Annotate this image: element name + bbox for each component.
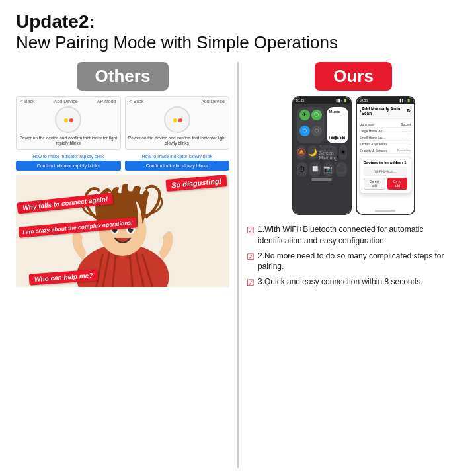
setting-row-kitchen: Kitchen Appliances --- bbox=[360, 141, 411, 147]
music-widget[interactable]: Music ⏮ ▶ ⏭ bbox=[327, 107, 348, 143]
qr-toggle[interactable]: ⬛ bbox=[336, 162, 347, 177]
setting-row-lightness: Lightness Socket bbox=[360, 122, 411, 128]
speech-text-4: Who can help me? bbox=[29, 269, 99, 285]
dnd-toggle[interactable]: 🔕 bbox=[297, 145, 306, 160]
add-device-screen: ‹ Add Manually Auto Scan ↻ Lightness Soc… bbox=[357, 104, 414, 214]
connectivity-widget[interactable]: ✈ ⬡ ⬡ ⬡ bbox=[297, 107, 325, 143]
setting-label-2: Large Home Ap... bbox=[360, 129, 385, 133]
status-icons-2: ▐▐ ⬦ 🔋 bbox=[399, 99, 411, 102]
frustration-area: So disgusting! Why fails to connect agai… bbox=[16, 175, 229, 468]
status-bar-2: 10:35 ▐▐ ⬦ 🔋 bbox=[357, 97, 414, 104]
check-icon-3: ☑ bbox=[247, 277, 255, 289]
benefit-text-1: 1.With WiFi+Bluetooth connected for auto… bbox=[258, 224, 460, 247]
status-time-2: 10:35 bbox=[360, 99, 368, 102]
phone-mockup-1: 10:35 ▐▐ ⬦ 🔋 ✈ ⬡ ⬡ bbox=[292, 96, 352, 215]
refresh-icon[interactable]: ↻ bbox=[407, 108, 411, 114]
link-item-2: How to make indicator slowly blink Confi… bbox=[125, 154, 230, 171]
moon-toggle[interactable]: 🌙 bbox=[308, 145, 317, 160]
device-caption-1: Power on the device and confirm that ind… bbox=[19, 136, 118, 147]
benefit-item-3: ☑ 3.Quick and easy connection within 8 s… bbox=[247, 276, 460, 289]
add-manually-tab[interactable]: Add Manually Auto Scan bbox=[362, 106, 407, 116]
main-container: Update2: New Pairing Mode with Simple Op… bbox=[0, 0, 476, 476]
link-2[interactable]: How to make indicator slowly blink bbox=[125, 154, 230, 159]
setting-row-security: Security & Sensors Power Strip bbox=[360, 148, 411, 154]
setting-label-5: Security & Sensors bbox=[360, 149, 388, 153]
speech-bubble-2: Why fails to connect again! bbox=[17, 198, 113, 209]
phone-screen-1: 10:35 ▐▐ ⬦ 🔋 ✈ ⬡ ⬡ bbox=[294, 97, 350, 214]
back-label-1: < Back bbox=[20, 99, 35, 104]
setting-label-1: Lightness bbox=[360, 122, 374, 126]
benefit-text-3: 3.Quick and easy connection within 8 sec… bbox=[258, 276, 422, 288]
dialog-title: Devices to be added: 1 bbox=[364, 161, 407, 165]
play-btn[interactable]: ▶ bbox=[335, 134, 340, 141]
next-btn[interactable]: ⏭ bbox=[340, 134, 346, 141]
ours-badge: Ours bbox=[315, 62, 392, 91]
setting-value-1: Socket bbox=[401, 122, 411, 126]
benefit-item-1: ☑ 1.With WiFi+Bluetooth connected for au… bbox=[247, 224, 460, 247]
device-caption-2: Power on the device and confirm that ind… bbox=[128, 136, 227, 147]
phone-screen-2: 10:35 ▐▐ ⬦ 🔋 ‹ Add Manually Auto Scan ↻ bbox=[357, 97, 414, 214]
device-screenshots: < Back Add Device AP Mode Power on the d… bbox=[16, 96, 229, 150]
column-divider bbox=[237, 62, 239, 468]
setting-options-2: --- --- --- bbox=[401, 136, 411, 139]
confirm-btn-1[interactable]: Confirm indicator rapidly blinks bbox=[16, 161, 121, 171]
phone-mockups: 10:35 ▐▐ ⬦ 🔋 ✈ ⬡ ⬡ bbox=[247, 96, 460, 215]
others-badge: Others bbox=[77, 62, 169, 91]
device-card-2-header: < Back Add Device bbox=[128, 99, 227, 104]
speech-bubble-4: Who can help me? bbox=[29, 272, 98, 283]
title-section: Update2: New Pairing Mode with Simple Op… bbox=[16, 12, 460, 53]
setting-label-3: Small Home Ap... bbox=[360, 136, 385, 139]
bluetooth-toggle[interactable]: ⬡ bbox=[299, 126, 310, 136]
do-not-add-button[interactable]: Do not add bbox=[364, 178, 386, 190]
timer-toggle[interactable]: ⏱ bbox=[297, 162, 308, 177]
benefit-item-2: ☑ 2.No more need to do so many complicat… bbox=[247, 251, 460, 273]
links-area: How to make indicator rapidly blink Conf… bbox=[16, 154, 229, 171]
device-card-2: < Back Add Device Power on the device an… bbox=[125, 96, 230, 150]
device-circle-1 bbox=[55, 106, 81, 133]
ap-mode-label: AP Mode bbox=[97, 99, 116, 104]
check-icon-2: ☑ bbox=[247, 251, 255, 263]
indicator-dot-2 bbox=[69, 118, 73, 122]
link-item-1: How to make indicator rapidly blink Conf… bbox=[16, 154, 121, 171]
cc-row-1: ✈ ⬡ ⬡ ⬡ Music ⏮ ▶ bbox=[297, 107, 347, 143]
speech-bubble-1: So disgusting! bbox=[166, 177, 227, 189]
cc-row-2: 🔕 🌙 ⬛ Screen Mirroring ☀ bbox=[297, 145, 347, 160]
go-to-add-button[interactable]: Go to add bbox=[387, 178, 407, 190]
prev-btn[interactable]: ⏮ bbox=[329, 134, 335, 141]
wifi-icon[interactable]: ⬡ bbox=[311, 110, 322, 120]
home-bar-2 bbox=[375, 210, 395, 212]
screen-mirror-toggle[interactable]: ⬛ Screen Mirroring bbox=[319, 145, 338, 160]
link-1[interactable]: How to make indicator rapidly blink bbox=[16, 154, 121, 159]
airdrop-toggle[interactable]: ⬡ bbox=[311, 126, 322, 136]
benefit-text-2: 2.No more need to do so many complicated… bbox=[258, 251, 460, 273]
person-illustration: So disgusting! Why fails to connect agai… bbox=[16, 175, 229, 287]
device-circle-2 bbox=[164, 106, 190, 133]
dialog-device-name: Wi-Fi-b-4ccc... bbox=[364, 167, 407, 176]
add-device-label-2: Add Device bbox=[201, 99, 225, 104]
control-center: ✈ ⬡ ⬡ ⬡ Music ⏮ ▶ bbox=[294, 104, 350, 214]
indicator-dot-3 bbox=[173, 118, 177, 122]
status-time: 10:35 bbox=[296, 99, 305, 102]
camera-toggle[interactable]: 📷 bbox=[323, 162, 334, 177]
title-line2: New Pairing Mode with Simple Operations bbox=[16, 32, 460, 53]
wifi-toggle[interactable]: ✈ bbox=[299, 110, 310, 120]
status-bar-1: 10:35 ▐▐ ⬦ 🔋 bbox=[294, 97, 350, 104]
setting-row-small: Small Home Ap... --- --- --- bbox=[360, 135, 411, 141]
music-controls[interactable]: ⏮ ▶ ⏭ bbox=[329, 134, 346, 141]
title-line1: Update2: bbox=[16, 12, 460, 32]
setting-options-3: --- bbox=[409, 142, 411, 146]
confirm-btn-2[interactable]: Confirm indicator slowly blinks bbox=[125, 161, 230, 171]
indicator-dot-4 bbox=[178, 118, 182, 122]
setting-options-4: Power Strip bbox=[397, 149, 411, 153]
add-device-body: Lightness Socket Large Home Ap... --- --… bbox=[357, 119, 414, 208]
back-label-2: < Back bbox=[130, 99, 144, 104]
left-column: Others < Back Add Device AP Mode Power o… bbox=[16, 62, 235, 468]
device-card-1: < Back Add Device AP Mode Power on the d… bbox=[16, 96, 121, 150]
status-icons: ▐▐ ⬦ 🔋 bbox=[335, 99, 348, 102]
add-device-nav: ‹ Add Manually Auto Scan ↻ bbox=[357, 104, 414, 119]
music-label: Music bbox=[329, 110, 346, 114]
brightness-toggle[interactable]: ☀ bbox=[339, 145, 346, 160]
calculator-toggle[interactable]: 🔲 bbox=[309, 162, 321, 177]
benefits-list: ☑ 1.With WiFi+Bluetooth connected for au… bbox=[247, 224, 460, 293]
setting-label-4: Kitchen Appliances bbox=[360, 142, 387, 146]
